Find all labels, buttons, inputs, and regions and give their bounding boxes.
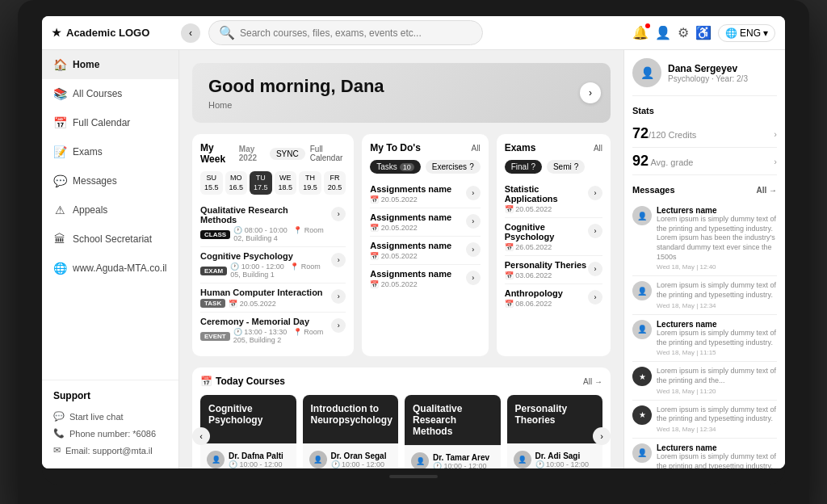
week-item-arrow[interactable]: › [331,207,346,221]
header-arrow-button[interactable]: › [580,82,601,103]
todo-arrow[interactable]: › [466,271,481,285]
message-avatar: 👤 [632,320,652,339]
credits-value: 72 [632,125,649,141]
full-calendar-link[interactable]: Full Calendar [310,145,346,162]
user-subtitle: Psychology · Year: 2/3 [668,74,748,83]
language-button[interactable]: 🌐 ENG ▾ [718,24,775,42]
exams-all-link[interactable]: All [594,144,602,153]
exams-card: Exams All Final ? Semi ? Statistic Appli… [497,134,611,356]
final-tab[interactable]: Final ? [505,160,542,174]
credits-arrow: › [774,129,777,139]
sidebar-item-appeals[interactable]: ⚠ Appeals [42,195,178,225]
course-card-qualitative: Qualitative Research Methods 👤 Dr. Tamar… [405,395,501,468]
search-input[interactable] [240,27,472,39]
todo-arrow[interactable]: › [466,186,481,200]
today-courses-section: 📅 Today Courses All → ‹ Cognitive Psycho… [192,368,611,468]
sidebar-item-exams[interactable]: 📝 Exams [42,137,178,166]
course-cards: Cognitive Psychology 👤 Dr. Dafna Palti 🕐… [200,395,602,468]
instructor-avatar: 👤 [514,451,531,468]
greeting-text: Good morning, Dana [208,76,594,97]
todos-header: My To Do's All [370,142,481,153]
sidebar-item-home[interactable]: 🏠 Home [42,50,178,79]
sync-button[interactable]: SYNC [270,148,305,160]
message-item: ★ Lorem ipsum is simply dummy text of th… [632,401,777,439]
task-tag: TASK [200,299,225,308]
user-avatar: 👤 [632,58,661,87]
day-mo[interactable]: MO16.5 [225,171,248,195]
exercises-tab[interactable]: Exercises ? [426,160,481,174]
user-name: Dana Sergeyev [668,63,748,74]
credits-stat[interactable]: 72/120 Credits › [632,120,777,148]
search-bar[interactable]: 🔍 [208,20,483,45]
week-item: Ceremony - Memorial Day EVENT 🕐 13:00 - … [200,313,346,348]
courses-icon: 📚 [53,87,66,100]
exam-arrow[interactable]: › [588,186,602,200]
sidebar-support: Support 💬 Start live chat 📞 Phone number… [42,380,178,468]
exams-title: Exams [505,142,536,153]
courses-prev-button[interactable]: ‹ [192,427,210,445]
sidebar-item-all-courses[interactable]: 📚 All Courses [42,79,178,108]
messages-all-link[interactable]: All → [756,186,777,195]
phone-button[interactable]: 📞 Phone number: *6086 [53,425,167,442]
laptop-base [42,468,785,485]
course-card-neuro: Introduction to Neuropsychology 👤 Dr. Or… [303,395,399,468]
today-courses-header: 📅 Today Courses All → [200,376,602,387]
tasks-tab[interactable]: Tasks 10 [370,160,421,174]
messages-header: Messages All → [632,185,777,195]
sidebar-item-full-calendar[interactable]: 📅 Full Calendar [42,108,178,137]
day-th[interactable]: TH19.5 [299,171,321,195]
phone-icon: 📞 [53,428,65,439]
message-item: 👤 Lorem ipsum is simply dummy text of th… [632,276,777,314]
laptop-notch [389,475,438,478]
exam-item: Personality Theries 📅 03.06.2022 › [505,256,602,284]
todo-arrow[interactable]: › [466,214,481,229]
sidebar-item-website[interactable]: 🌐 www.Aguda-MTA.co.il [42,254,178,283]
message-item: ★ Lorem ipsum is simply dummy text of th… [632,362,777,400]
exams-header: Exams All [505,142,602,153]
courses-next-button[interactable]: › [593,427,611,445]
calendar-icon: 📅 [53,116,66,129]
day-su[interactable]: SU15.5 [200,171,223,195]
day-we[interactable]: WE18.5 [275,171,297,195]
accessibility-button[interactable]: ♿ [695,25,712,40]
event-tag: EVENT [200,332,230,341]
sidebar: 🏠 Home 📚 All Courses 📅 Full Calendar 📝 E… [42,50,179,468]
today-courses-all-link[interactable]: All → [583,377,602,386]
exam-item: Statistic Applications 📅 20.05.2022 › [505,180,602,218]
week-item-arrow[interactable]: › [331,253,346,267]
exams-icon: 📝 [53,145,66,158]
email-button[interactable]: ✉ Email: support@mta.il [53,442,167,459]
exam-arrow[interactable]: › [588,290,602,304]
grade-stat[interactable]: 92 Avg. grade › [632,148,777,175]
todos-all-link[interactable]: All [472,144,481,153]
chat-icon: 💬 [53,411,65,422]
grade-value: 92 [632,153,649,169]
notifications-button[interactable]: 🔔 [632,25,649,40]
week-item-arrow[interactable]: › [331,289,346,304]
top-bar: ★ Academic LOGO ‹ 🔍 🔔 👤 ⚙ ♿ 🌐 ENG ▾ [42,16,785,50]
week-item: Qualitative Research Methods CLASS 🕐 08:… [200,201,346,247]
exam-arrow[interactable]: › [588,224,602,238]
live-chat-button[interactable]: 💬 Start live chat [53,408,167,425]
settings-button[interactable]: ⚙ [678,25,689,40]
day-fr[interactable]: FR20.5 [324,171,346,195]
right-sidebar: 👤 Dana Sergeyev Psychology · Year: 2/3 S… [623,50,785,468]
message-avatar: 👤 [632,281,652,300]
sidebar-item-secretariat[interactable]: 🏛 School Secretariat [42,225,178,254]
week-days: SU15.5 MO16.5 TU17.5 WE18.5 TH19.5 FR20.… [200,171,346,195]
day-tu[interactable]: TU17.5 [250,171,272,195]
collapse-sidebar-button[interactable]: ‹ [181,23,200,43]
exam-tabs: Final ? Semi ? [505,160,602,174]
user-profile-button[interactable]: 👤 [655,25,671,40]
todo-arrow[interactable]: › [466,242,481,257]
right-sidebar-user: 👤 Dana Sergeyev Psychology · Year: 2/3 [632,58,777,96]
message-avatar: 👤 [632,443,652,463]
week-item-arrow[interactable]: › [331,318,346,333]
week-item: Cognitive Psychology EXAM 🕐 10:00 - 12:0… [200,247,346,284]
exam-arrow[interactable]: › [588,262,602,276]
course-card-cognitive: Cognitive Psychology 👤 Dr. Dafna Palti 🕐… [200,395,296,468]
instructor-avatar: 👤 [207,451,225,468]
content-header: Good morning, Dana Home › [192,63,611,123]
semi-tab[interactable]: Semi ? [547,160,585,174]
sidebar-item-messages[interactable]: 💬 Messages [42,166,178,195]
